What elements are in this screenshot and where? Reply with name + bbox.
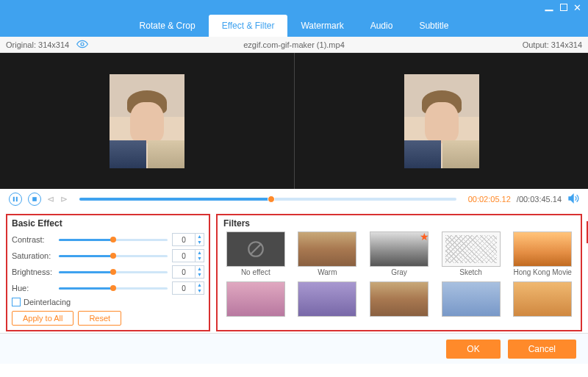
slider-label: Brightness: — [12, 268, 54, 276]
filter-label: Sketch — [459, 268, 482, 277]
filter-label: Hong Kong Movie — [513, 268, 572, 277]
slider-label: Saturation: — [12, 251, 54, 260]
stop-button[interactable] — [28, 193, 41, 206]
filter-item[interactable]: Hong Kong Movie — [510, 231, 575, 277]
svg-point-1 — [81, 43, 84, 46]
tab-effect-filter[interactable]: Effect & Filter — [209, 15, 288, 37]
star-icon: ★ — [420, 231, 429, 243]
tab-rotate-crop[interactable]: Rotate & Crop — [126, 15, 209, 37]
preview-output — [294, 53, 588, 189]
reset-button[interactable]: Reset — [78, 311, 121, 326]
output-size-label: Output: 314x314 — [523, 40, 588, 49]
svg-rect-2 — [13, 197, 15, 201]
filter-item[interactable]: Warm — [295, 231, 360, 277]
filter-label: Warm — [318, 268, 337, 277]
play-pause-button[interactable] — [9, 193, 22, 206]
close-icon[interactable] — [573, 2, 584, 12]
filter-item[interactable]: Sketch — [439, 231, 503, 277]
preview-original — [0, 53, 294, 189]
tab-audio[interactable]: Audio — [357, 15, 406, 37]
effect-value-input[interactable]: 0▲▼ — [172, 265, 204, 279]
filename-label: ezgif.com-gif-maker (1).mp4 — [243, 40, 345, 49]
effect-slider[interactable] — [59, 271, 168, 273]
basic-effect-title: Basic Effect — [12, 218, 204, 229]
filter-label: No effect — [241, 268, 270, 277]
preview-area — [0, 53, 588, 189]
filters-title: Filters — [223, 218, 575, 229]
filter-item[interactable] — [510, 281, 575, 327]
tab-bar: Rotate & Crop Effect & Filter Watermark … — [0, 15, 588, 37]
spin-down-icon[interactable]: ▼ — [196, 256, 204, 262]
svg-rect-3 — [16, 197, 18, 201]
effect-value-input[interactable]: 0▲▼ — [172, 233, 204, 246]
prev-frame-button[interactable]: ⊲ — [47, 194, 54, 204]
basic-effect-panel: Basic Effect Contrast: 0▲▼Saturation: 0▲… — [6, 214, 210, 331]
apply-to-all-button[interactable]: Apply to All — [12, 311, 74, 326]
minimize-icon[interactable] — [544, 2, 554, 12]
spin-up-icon[interactable]: ▲ — [196, 282, 204, 288]
next-frame-button[interactable]: ⊳ — [60, 194, 68, 204]
filter-label: Gray — [391, 268, 407, 277]
deinterlacing-label: Deinterlacing — [24, 298, 71, 306]
filters-panel: Filters No effectWarm★GraySketchHong Kon… — [216, 214, 582, 331]
spin-down-icon[interactable]: ▼ — [196, 240, 204, 245]
effect-value-input[interactable]: 0▲▼ — [172, 249, 204, 262]
slider-label: Hue: — [12, 284, 54, 292]
filter-item[interactable] — [367, 281, 431, 327]
filter-item[interactable]: ★Gray — [367, 231, 431, 277]
info-bar: Original: 314x314 ezgif.com-gif-maker (1… — [0, 37, 588, 53]
preview-eye-icon[interactable] — [76, 38, 88, 51]
spin-up-icon[interactable]: ▲ — [196, 250, 204, 256]
deinterlacing-checkbox[interactable] — [12, 298, 21, 306]
ok-button[interactable]: OK — [446, 340, 500, 359]
spin-up-icon[interactable]: ▲ — [196, 266, 204, 272]
total-time: /00:03:45.14 — [517, 195, 562, 204]
filter-item[interactable] — [295, 281, 360, 327]
filter-item[interactable] — [439, 281, 503, 327]
maximize-icon[interactable] — [560, 4, 567, 11]
volume-icon[interactable] — [567, 193, 579, 206]
spin-up-icon[interactable]: ▲ — [196, 234, 204, 240]
filter-item[interactable]: No effect — [223, 231, 288, 277]
svg-rect-4 — [32, 197, 37, 201]
filter-item[interactable] — [223, 281, 288, 327]
svg-line-7 — [250, 243, 261, 254]
player-controls: ⊲ ⊳ 00:02:05.12/00:03:45.14 — [0, 189, 588, 209]
slider-label: Contrast: — [12, 235, 54, 244]
footer: OK Cancel — [0, 333, 588, 364]
titlebar — [0, 0, 588, 15]
spin-down-icon[interactable]: ▼ — [196, 288, 204, 294]
effect-value-input[interactable]: 0▲▼ — [172, 281, 204, 295]
cancel-button[interactable]: Cancel — [508, 340, 576, 359]
seek-slider[interactable] — [79, 198, 456, 201]
svg-marker-5 — [569, 195, 573, 203]
current-time: 00:02:05.12 — [468, 195, 511, 204]
tab-watermark[interactable]: Watermark — [287, 15, 356, 37]
effect-slider[interactable] — [59, 287, 168, 290]
effect-slider[interactable] — [59, 239, 168, 241]
effect-slider[interactable] — [59, 255, 168, 257]
spin-down-icon[interactable]: ▼ — [196, 272, 204, 278]
tab-subtitle[interactable]: Subtitle — [406, 15, 462, 37]
original-size-label: Original: 314x314 — [6, 40, 69, 49]
